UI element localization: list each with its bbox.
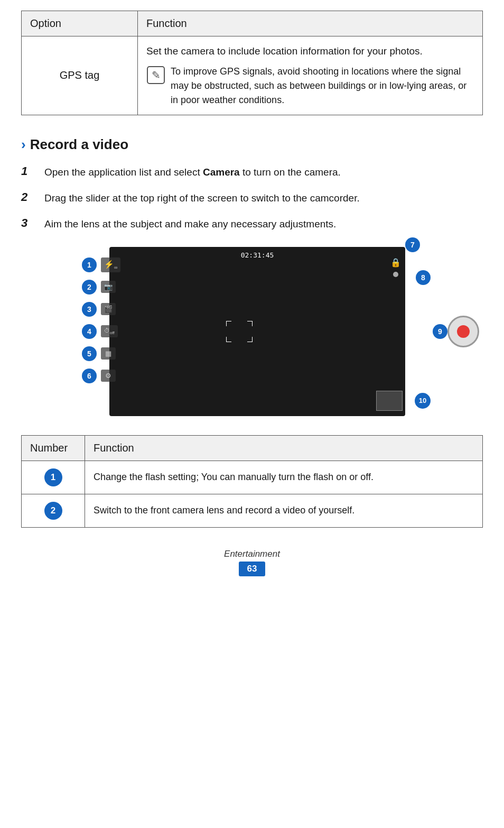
step-2-number: 2 (21, 190, 36, 204)
footer-page-number: 63 (239, 562, 266, 576)
record-inner (457, 325, 470, 338)
step-2-text: Drag the slider at the top right of the … (44, 190, 360, 206)
ctrl-icon-3: 🎬 (101, 303, 116, 315)
ctrl-5: 5 ▦ (82, 346, 120, 361)
ctrl-4: 4 ⏱off (82, 324, 120, 339)
top-table-header-option: Option (22, 11, 138, 36)
ctrl-icon-1: ⚡∞ (101, 257, 120, 272)
ctrl-1: 1 ⚡∞ (82, 257, 120, 272)
num-cell-1: 1 (22, 461, 85, 494)
ctrl-icon-6: ⚙ (101, 370, 116, 382)
badge-4: 4 (82, 324, 97, 339)
step-1-number: 1 (21, 164, 36, 178)
left-controls: 1 ⚡∞ 2 📷 3 🎬 4 ⏱off 5 ▦ 6 ⚙ (82, 257, 120, 383)
badge-9: 9 (433, 324, 447, 339)
bottom-table-row-2: 2 Switch to the front camera lens and re… (22, 494, 483, 527)
function-cell-gps: Set the camera to include location infor… (138, 36, 483, 115)
camera-diagram: 7 02:31:45 1 ⚡∞ 2 📷 3 🎬 4 ⏱off 5 (83, 247, 421, 416)
num-cell-2: 2 (22, 494, 85, 527)
option-cell-gps: GPS tag (22, 36, 138, 115)
note-text: To improve GPS signals, avoid shooting i… (171, 65, 474, 107)
ctrl-icon-4: ⏱off (101, 325, 118, 337)
badge-6: 6 (82, 369, 97, 383)
steps-list: 1 Open the application list and select C… (21, 164, 483, 232)
camera-timestamp: 02:31:45 (241, 251, 274, 259)
badge-5: 5 (82, 346, 97, 361)
badge-8-area: 8 (416, 270, 431, 285)
dot-icon (393, 272, 398, 277)
top-table: Option Function GPS tag Set the camera t… (21, 11, 483, 115)
ctrl-3: 3 🎬 (82, 302, 120, 317)
num-badge-2: 2 (44, 502, 62, 520)
num-badge-1: 1 (44, 468, 62, 486)
focus-reticle (226, 321, 253, 342)
badge-3: 3 (82, 302, 97, 317)
function-main-text: Set the camera to include location infor… (146, 44, 474, 59)
ctrl-icon-5: ▦ (101, 347, 116, 360)
bottom-table-header-function: Function (85, 435, 483, 461)
table-row: GPS tag Set the camera to include locati… (22, 36, 483, 115)
badge-7-area: 7 (405, 237, 420, 252)
note-box: ✎ To improve GPS signals, avoid shooting… (146, 65, 474, 107)
badge-7: 7 (405, 237, 420, 252)
function-cell-1: Change the flash setting; You can manual… (85, 461, 483, 494)
chevron-icon: › (21, 136, 26, 153)
lock-icon: 🔒 (390, 257, 401, 268)
ctrl-2: 2 📷 (82, 280, 120, 295)
section-title: Record a video (30, 136, 128, 153)
ctrl-6: 6 ⚙ (82, 369, 120, 383)
bottom-table: Number Function 1 Change the flash setti… (21, 435, 483, 528)
badge-1: 1 (82, 257, 97, 272)
step-2: 2 Drag the slider at the top right of th… (21, 190, 483, 206)
thumbnail (376, 391, 403, 411)
section-header: › Record a video (21, 136, 483, 153)
badge-8: 8 (416, 270, 431, 285)
footer-category: Entertainment (21, 549, 483, 559)
badge-10: 10 (415, 393, 431, 409)
bottom-table-header-number: Number (22, 435, 85, 461)
badge-2: 2 (82, 280, 97, 295)
top-table-header-function: Function (138, 11, 483, 36)
step-3-text: Aim the lens at the subject and make any… (44, 216, 336, 232)
bottom-table-row-1: 1 Change the flash setting; You can manu… (22, 461, 483, 494)
ctrl-icon-2: 📷 (101, 281, 116, 293)
footer: Entertainment 63 (21, 549, 483, 576)
camera-screen: 02:31:45 1 ⚡∞ 2 📷 3 🎬 4 ⏱off 5 ▦ (109, 247, 405, 416)
record-area: 9 (433, 324, 447, 339)
step-1: 1 Open the application list and select C… (21, 164, 483, 180)
function-cell-2: Switch to the front camera lens and reco… (85, 494, 483, 527)
step-3: 3 Aim the lens at the subject and make a… (21, 216, 483, 232)
step-1-text: Open the application list and select Cam… (44, 164, 341, 180)
record-button[interactable] (447, 316, 479, 347)
svg-text:✎: ✎ (152, 69, 161, 81)
right-top-controls: 🔒 (390, 257, 401, 277)
badge-10-area: 10 (415, 393, 431, 409)
note-icon: ✎ (146, 66, 165, 85)
step-3-number: 3 (21, 216, 36, 230)
